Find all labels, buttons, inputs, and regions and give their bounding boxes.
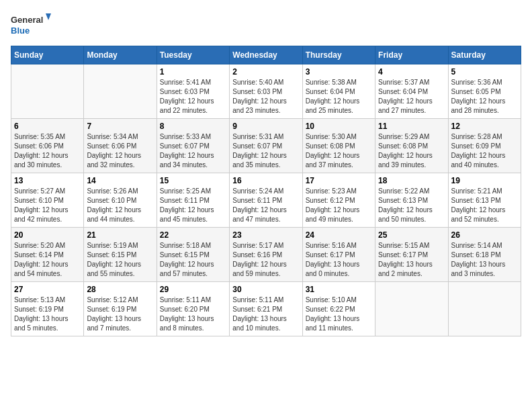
day-info: Sunrise: 5:38 AM Sunset: 6:04 PM Dayligh…: [306, 78, 372, 116]
calendar-cell: 27Sunrise: 5:13 AM Sunset: 6:19 PM Dayli…: [11, 282, 84, 336]
weekday-header-tuesday: Tuesday: [157, 46, 229, 64]
calendar-cell: 22Sunrise: 5:18 AM Sunset: 6:15 PM Dayli…: [157, 228, 229, 282]
calendar-header: SundayMondayTuesdayWednesdayThursdayFrid…: [11, 46, 521, 64]
svg-text:General: General: [11, 15, 43, 25]
day-number: 13: [14, 176, 81, 185]
day-number: 29: [160, 285, 226, 294]
calendar-cell: 29Sunrise: 5:11 AM Sunset: 6:20 PM Dayli…: [157, 282, 229, 336]
day-info: Sunrise: 5:36 AM Sunset: 6:05 PM Dayligh…: [451, 78, 518, 116]
day-number: 2: [232, 67, 299, 77]
day-number: 31: [306, 285, 372, 294]
day-number: 26: [451, 230, 518, 240]
logo: General Blue: [11, 11, 51, 40]
weekday-header-saturday: Saturday: [448, 46, 521, 64]
calendar-cell: 9Sunrise: 5:31 AM Sunset: 6:07 PM Daylig…: [230, 119, 302, 173]
svg-text:Blue: Blue: [11, 26, 30, 36]
weekday-header-monday: Monday: [84, 46, 157, 64]
day-info: Sunrise: 5:28 AM Sunset: 6:09 PM Dayligh…: [451, 132, 518, 170]
day-number: 9: [232, 122, 299, 131]
day-info: Sunrise: 5:40 AM Sunset: 6:03 PM Dayligh…: [232, 78, 299, 116]
day-info: Sunrise: 5:33 AM Sunset: 6:07 PM Dayligh…: [160, 132, 226, 170]
weekday-header-friday: Friday: [375, 46, 448, 64]
day-info: Sunrise: 5:35 AM Sunset: 6:06 PM Dayligh…: [14, 132, 81, 170]
calendar-cell: [11, 64, 84, 119]
day-number: 21: [87, 230, 153, 240]
day-info: Sunrise: 5:20 AM Sunset: 6:14 PM Dayligh…: [14, 241, 81, 279]
day-info: Sunrise: 5:41 AM Sunset: 6:03 PM Dayligh…: [160, 78, 226, 116]
calendar-week-1: 6Sunrise: 5:35 AM Sunset: 6:06 PM Daylig…: [11, 119, 521, 173]
calendar-cell: 25Sunrise: 5:15 AM Sunset: 6:17 PM Dayli…: [375, 228, 448, 282]
day-info: Sunrise: 5:29 AM Sunset: 6:08 PM Dayligh…: [378, 132, 445, 170]
day-number: 15: [160, 176, 226, 185]
calendar-cell: 16Sunrise: 5:24 AM Sunset: 6:11 PM Dayli…: [230, 173, 302, 228]
day-info: Sunrise: 5:24 AM Sunset: 6:11 PM Dayligh…: [232, 187, 299, 224]
day-number: 27: [14, 285, 81, 294]
calendar-cell: [375, 282, 448, 336]
day-info: Sunrise: 5:15 AM Sunset: 6:17 PM Dayligh…: [378, 241, 445, 279]
day-number: 17: [306, 176, 372, 185]
weekday-header-wednesday: Wednesday: [230, 46, 302, 64]
day-info: Sunrise: 5:22 AM Sunset: 6:13 PM Dayligh…: [378, 187, 445, 224]
calendar-cell: 28Sunrise: 5:12 AM Sunset: 6:19 PM Dayli…: [84, 282, 157, 336]
day-info: Sunrise: 5:16 AM Sunset: 6:17 PM Dayligh…: [306, 241, 372, 279]
day-number: 1: [160, 67, 226, 77]
day-info: Sunrise: 5:13 AM Sunset: 6:19 PM Dayligh…: [14, 295, 81, 333]
calendar-cell: 14Sunrise: 5:26 AM Sunset: 6:10 PM Dayli…: [84, 173, 157, 228]
day-info: Sunrise: 5:12 AM Sunset: 6:19 PM Dayligh…: [87, 295, 153, 333]
day-number: 11: [378, 122, 445, 131]
day-info: Sunrise: 5:30 AM Sunset: 6:08 PM Dayligh…: [306, 132, 372, 170]
day-info: Sunrise: 5:18 AM Sunset: 6:15 PM Dayligh…: [160, 241, 226, 279]
day-info: Sunrise: 5:17 AM Sunset: 6:16 PM Dayligh…: [232, 241, 299, 279]
page-header: General Blue: [11, 11, 521, 40]
day-info: Sunrise: 5:27 AM Sunset: 6:10 PM Dayligh…: [14, 187, 81, 224]
day-info: Sunrise: 5:14 AM Sunset: 6:18 PM Dayligh…: [451, 241, 518, 279]
calendar-cell: 31Sunrise: 5:10 AM Sunset: 6:22 PM Dayli…: [302, 282, 375, 336]
calendar-week-2: 13Sunrise: 5:27 AM Sunset: 6:10 PM Dayli…: [11, 173, 521, 228]
calendar-cell: 4Sunrise: 5:37 AM Sunset: 6:04 PM Daylig…: [375, 64, 448, 119]
calendar-cell: 7Sunrise: 5:34 AM Sunset: 6:06 PM Daylig…: [84, 119, 157, 173]
day-info: Sunrise: 5:11 AM Sunset: 6:21 PM Dayligh…: [232, 295, 299, 333]
calendar-cell: 11Sunrise: 5:29 AM Sunset: 6:08 PM Dayli…: [375, 119, 448, 173]
calendar-cell: 30Sunrise: 5:11 AM Sunset: 6:21 PM Dayli…: [230, 282, 302, 336]
day-info: Sunrise: 5:23 AM Sunset: 6:12 PM Dayligh…: [306, 187, 372, 224]
calendar-week-3: 20Sunrise: 5:20 AM Sunset: 6:14 PM Dayli…: [11, 228, 521, 282]
day-number: 4: [378, 67, 445, 77]
calendar-cell: 12Sunrise: 5:28 AM Sunset: 6:09 PM Dayli…: [448, 119, 521, 173]
day-info: Sunrise: 5:37 AM Sunset: 6:04 PM Dayligh…: [378, 78, 445, 116]
day-number: 8: [160, 122, 226, 131]
calendar-cell: 18Sunrise: 5:22 AM Sunset: 6:13 PM Dayli…: [375, 173, 448, 228]
calendar-body: 1Sunrise: 5:41 AM Sunset: 6:03 PM Daylig…: [11, 64, 521, 336]
day-number: 19: [451, 176, 518, 185]
day-number: 20: [14, 230, 81, 240]
day-number: 24: [306, 230, 372, 240]
svg-marker-2: [46, 13, 51, 20]
calendar-cell: 15Sunrise: 5:25 AM Sunset: 6:11 PM Dayli…: [157, 173, 229, 228]
calendar-cell: 17Sunrise: 5:23 AM Sunset: 6:12 PM Dayli…: [302, 173, 375, 228]
day-number: 10: [306, 122, 372, 131]
calendar-cell: 23Sunrise: 5:17 AM Sunset: 6:16 PM Dayli…: [230, 228, 302, 282]
day-number: 5: [451, 67, 518, 77]
calendar-cell: 10Sunrise: 5:30 AM Sunset: 6:08 PM Dayli…: [302, 119, 375, 173]
day-number: 14: [87, 176, 153, 185]
day-number: 22: [160, 230, 226, 240]
calendar-cell: 21Sunrise: 5:19 AM Sunset: 6:15 PM Dayli…: [84, 228, 157, 282]
day-info: Sunrise: 5:34 AM Sunset: 6:06 PM Dayligh…: [87, 132, 153, 170]
calendar-cell: 2Sunrise: 5:40 AM Sunset: 6:03 PM Daylig…: [230, 64, 302, 119]
calendar-cell: 20Sunrise: 5:20 AM Sunset: 6:14 PM Dayli…: [11, 228, 84, 282]
calendar-cell: 13Sunrise: 5:27 AM Sunset: 6:10 PM Dayli…: [11, 173, 84, 228]
calendar-table: SundayMondayTuesdayWednesdayThursdayFrid…: [11, 46, 521, 336]
day-info: Sunrise: 5:21 AM Sunset: 6:13 PM Dayligh…: [451, 187, 518, 224]
day-number: 12: [451, 122, 518, 131]
calendar-cell: 3Sunrise: 5:38 AM Sunset: 6:04 PM Daylig…: [302, 64, 375, 119]
calendar-week-4: 27Sunrise: 5:13 AM Sunset: 6:19 PM Dayli…: [11, 282, 521, 336]
day-number: 28: [87, 285, 153, 294]
day-info: Sunrise: 5:11 AM Sunset: 6:20 PM Dayligh…: [160, 295, 226, 333]
calendar-cell: [84, 64, 157, 119]
calendar-cell: 1Sunrise: 5:41 AM Sunset: 6:03 PM Daylig…: [157, 64, 229, 119]
day-number: 16: [232, 176, 299, 185]
day-number: 3: [306, 67, 372, 77]
day-number: 23: [232, 230, 299, 240]
day-info: Sunrise: 5:31 AM Sunset: 6:07 PM Dayligh…: [232, 132, 299, 170]
weekday-header-thursday: Thursday: [302, 46, 375, 64]
day-info: Sunrise: 5:10 AM Sunset: 6:22 PM Dayligh…: [306, 295, 372, 333]
